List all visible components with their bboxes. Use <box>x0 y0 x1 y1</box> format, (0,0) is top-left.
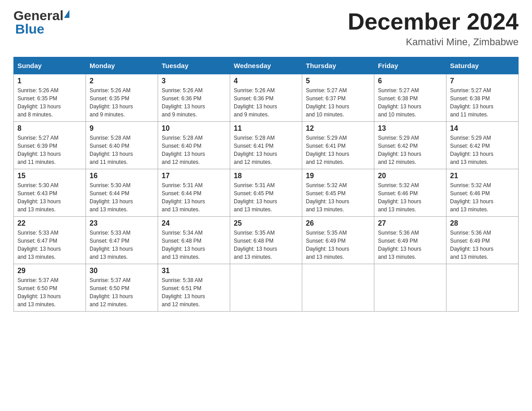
calendar-cell: 14 Sunrise: 5:29 AM Sunset: 6:42 PM Dayl… <box>446 122 519 169</box>
calendar-cell: 10 Sunrise: 5:28 AM Sunset: 6:40 PM Dayl… <box>158 122 230 169</box>
day-number: 25 <box>234 219 298 227</box>
day-info: Sunrise: 5:30 AM Sunset: 6:44 PM Dayligh… <box>90 181 154 214</box>
day-number: 1 <box>17 77 82 85</box>
day-info: Sunrise: 5:27 AM Sunset: 6:38 PM Dayligh… <box>450 86 515 119</box>
calendar-cell: 8 Sunrise: 5:27 AM Sunset: 6:39 PM Dayli… <box>14 122 86 169</box>
day-number: 5 <box>306 77 370 85</box>
day-number: 14 <box>450 124 515 133</box>
day-number: 24 <box>162 219 226 227</box>
day-info: Sunrise: 5:36 AM Sunset: 6:49 PM Dayligh… <box>450 229 515 261</box>
calendar-header-friday: Friday <box>374 57 446 74</box>
calendar-cell: 25 Sunrise: 5:35 AM Sunset: 6:48 PM Dayl… <box>230 217 302 264</box>
calendar-week-row: 22 Sunrise: 5:33 AM Sunset: 6:47 PM Dayl… <box>14 217 519 264</box>
calendar-cell: 15 Sunrise: 5:30 AM Sunset: 6:43 PM Dayl… <box>14 169 86 217</box>
day-number: 12 <box>306 124 370 133</box>
day-number: 3 <box>162 77 226 85</box>
calendar-header-sunday: Sunday <box>14 57 86 74</box>
calendar-week-row: 8 Sunrise: 5:27 AM Sunset: 6:39 PM Dayli… <box>14 122 519 169</box>
day-info: Sunrise: 5:27 AM Sunset: 6:37 PM Dayligh… <box>306 86 370 119</box>
day-number: 27 <box>378 219 442 227</box>
day-info: Sunrise: 5:26 AM Sunset: 6:35 PM Dayligh… <box>17 86 82 119</box>
calendar-cell: 26 Sunrise: 5:35 AM Sunset: 6:49 PM Dayl… <box>302 217 374 264</box>
calendar-week-row: 1 Sunrise: 5:26 AM Sunset: 6:35 PM Dayli… <box>14 74 519 122</box>
day-number: 29 <box>17 267 82 275</box>
calendar-header-tuesday: Tuesday <box>158 57 230 74</box>
calendar-cell: 20 Sunrise: 5:32 AM Sunset: 6:46 PM Dayl… <box>374 169 446 217</box>
day-info: Sunrise: 5:28 AM Sunset: 6:40 PM Dayligh… <box>162 134 226 166</box>
calendar-cell: 30 Sunrise: 5:37 AM Sunset: 6:50 PM Dayl… <box>86 264 158 312</box>
logo-blue-text: Blue <box>15 21 44 36</box>
calendar-table: SundayMondayTuesdayWednesdayThursdayFrid… <box>13 57 519 312</box>
location-title: Kamativi Mine, Zimbabwe <box>348 36 519 48</box>
day-number: 9 <box>90 124 154 133</box>
title-block: December 2024 Kamativi Mine, Zimbabwe <box>348 9 519 48</box>
calendar-week-row: 29 Sunrise: 5:37 AM Sunset: 6:50 PM Dayl… <box>14 264 519 312</box>
calendar-cell: 29 Sunrise: 5:37 AM Sunset: 6:50 PM Dayl… <box>14 264 86 312</box>
day-info: Sunrise: 5:35 AM Sunset: 6:48 PM Dayligh… <box>234 229 298 261</box>
day-number: 6 <box>378 77 442 85</box>
day-number: 7 <box>450 77 515 85</box>
day-number: 2 <box>90 77 154 85</box>
day-info: Sunrise: 5:29 AM Sunset: 6:42 PM Dayligh… <box>378 134 442 166</box>
calendar-header-monday: Monday <box>86 57 158 74</box>
day-info: Sunrise: 5:29 AM Sunset: 6:42 PM Dayligh… <box>450 134 515 166</box>
day-info: Sunrise: 5:30 AM Sunset: 6:43 PM Dayligh… <box>17 181 82 214</box>
day-info: Sunrise: 5:28 AM Sunset: 6:41 PM Dayligh… <box>234 134 298 166</box>
calendar-cell <box>302 264 374 312</box>
calendar-cell <box>374 264 446 312</box>
day-info: Sunrise: 5:27 AM Sunset: 6:38 PM Dayligh… <box>378 86 442 119</box>
calendar-cell: 6 Sunrise: 5:27 AM Sunset: 6:38 PM Dayli… <box>374 74 446 122</box>
calendar-header-saturday: Saturday <box>446 57 519 74</box>
day-number: 21 <box>450 172 515 180</box>
day-number: 28 <box>450 219 515 227</box>
calendar-cell: 1 Sunrise: 5:26 AM Sunset: 6:35 PM Dayli… <box>14 74 86 122</box>
day-info: Sunrise: 5:37 AM Sunset: 6:50 PM Dayligh… <box>90 276 154 308</box>
day-info: Sunrise: 5:31 AM Sunset: 6:45 PM Dayligh… <box>234 181 298 214</box>
day-info: Sunrise: 5:27 AM Sunset: 6:39 PM Dayligh… <box>17 134 82 166</box>
day-number: 26 <box>306 219 370 227</box>
calendar-cell: 7 Sunrise: 5:27 AM Sunset: 6:38 PM Dayli… <box>446 74 519 122</box>
logo: General Blue <box>13 9 69 36</box>
logo-arrow-icon <box>64 10 69 18</box>
day-number: 11 <box>234 124 298 133</box>
calendar-cell: 23 Sunrise: 5:33 AM Sunset: 6:47 PM Dayl… <box>86 217 158 264</box>
calendar-header-row: SundayMondayTuesdayWednesdayThursdayFrid… <box>14 57 519 74</box>
day-info: Sunrise: 5:32 AM Sunset: 6:46 PM Dayligh… <box>378 181 442 214</box>
calendar-header-thursday: Thursday <box>302 57 374 74</box>
calendar-cell: 24 Sunrise: 5:34 AM Sunset: 6:48 PM Dayl… <box>158 217 230 264</box>
calendar-header-wednesday: Wednesday <box>230 57 302 74</box>
day-number: 20 <box>378 172 442 180</box>
day-info: Sunrise: 5:33 AM Sunset: 6:47 PM Dayligh… <box>17 229 82 261</box>
calendar-cell: 18 Sunrise: 5:31 AM Sunset: 6:45 PM Dayl… <box>230 169 302 217</box>
day-number: 16 <box>90 172 154 180</box>
day-number: 17 <box>162 172 226 180</box>
day-info: Sunrise: 5:37 AM Sunset: 6:50 PM Dayligh… <box>17 276 82 308</box>
day-number: 30 <box>90 267 154 275</box>
day-info: Sunrise: 5:33 AM Sunset: 6:47 PM Dayligh… <box>90 229 154 261</box>
calendar-cell <box>230 264 302 312</box>
day-info: Sunrise: 5:32 AM Sunset: 6:46 PM Dayligh… <box>450 181 515 214</box>
day-number: 31 <box>162 267 226 275</box>
calendar-cell: 9 Sunrise: 5:28 AM Sunset: 6:40 PM Dayli… <box>86 122 158 169</box>
day-info: Sunrise: 5:34 AM Sunset: 6:48 PM Dayligh… <box>162 229 226 261</box>
day-info: Sunrise: 5:31 AM Sunset: 6:44 PM Dayligh… <box>162 181 226 214</box>
calendar-cell: 28 Sunrise: 5:36 AM Sunset: 6:49 PM Dayl… <box>446 217 519 264</box>
day-number: 10 <box>162 124 226 133</box>
day-number: 19 <box>306 172 370 180</box>
day-info: Sunrise: 5:26 AM Sunset: 6:35 PM Dayligh… <box>90 86 154 119</box>
month-title: December 2024 <box>348 9 519 34</box>
calendar-cell: 5 Sunrise: 5:27 AM Sunset: 6:37 PM Dayli… <box>302 74 374 122</box>
day-info: Sunrise: 5:38 AM Sunset: 6:51 PM Dayligh… <box>162 276 226 308</box>
calendar-cell: 11 Sunrise: 5:28 AM Sunset: 6:41 PM Dayl… <box>230 122 302 169</box>
day-info: Sunrise: 5:28 AM Sunset: 6:40 PM Dayligh… <box>90 134 154 166</box>
calendar-cell: 19 Sunrise: 5:32 AM Sunset: 6:45 PM Dayl… <box>302 169 374 217</box>
day-info: Sunrise: 5:35 AM Sunset: 6:49 PM Dayligh… <box>306 229 370 261</box>
calendar-cell: 13 Sunrise: 5:29 AM Sunset: 6:42 PM Dayl… <box>374 122 446 169</box>
calendar-cell: 16 Sunrise: 5:30 AM Sunset: 6:44 PM Dayl… <box>86 169 158 217</box>
day-info: Sunrise: 5:26 AM Sunset: 6:36 PM Dayligh… <box>162 86 226 119</box>
day-info: Sunrise: 5:32 AM Sunset: 6:45 PM Dayligh… <box>306 181 370 214</box>
day-info: Sunrise: 5:36 AM Sunset: 6:49 PM Dayligh… <box>378 229 442 261</box>
day-info: Sunrise: 5:29 AM Sunset: 6:41 PM Dayligh… <box>306 134 370 166</box>
calendar-cell: 4 Sunrise: 5:26 AM Sunset: 6:36 PM Dayli… <box>230 74 302 122</box>
calendar-cell: 21 Sunrise: 5:32 AM Sunset: 6:46 PM Dayl… <box>446 169 519 217</box>
